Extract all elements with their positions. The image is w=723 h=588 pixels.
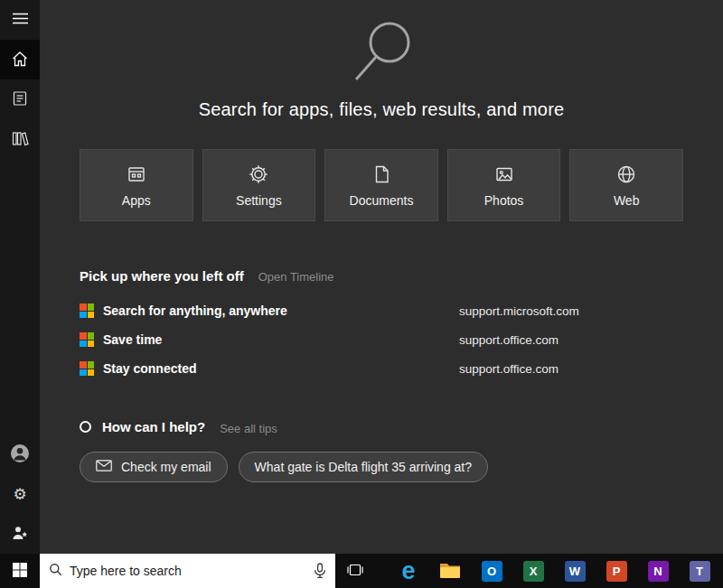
- taskbar: e O X W P N T: [0, 554, 723, 588]
- category-tile-documents[interactable]: Documents: [324, 149, 438, 221]
- document-icon: [371, 163, 391, 185]
- category-label: Settings: [236, 193, 282, 208]
- folder-icon: [439, 561, 461, 582]
- account-icon: [10, 443, 30, 466]
- category-label: Documents: [350, 193, 414, 208]
- teams-icon: T: [690, 561, 710, 582]
- timeline-item[interactable]: Save time support.office.com: [80, 332, 683, 347]
- microsoft-logo-icon: [80, 303, 94, 318]
- microsoft-logo-icon: [80, 361, 94, 376]
- category-tiles: Apps Settings Documents Photos: [80, 149, 683, 221]
- photo-icon: [494, 163, 514, 185]
- category-label: Photos: [484, 193, 524, 208]
- timeline-item-source: support.office.com: [459, 333, 683, 347]
- timeline-rows: Search for anything, anywhere support.mi…: [80, 303, 683, 376]
- assistant-section: How can I help? See all tips: [80, 419, 683, 435]
- feedback-icon: [11, 524, 29, 545]
- taskbar-excel-icon[interactable]: X: [512, 554, 554, 588]
- journal-icon: [12, 90, 28, 109]
- word-icon: W: [565, 561, 586, 582]
- taskbar-onenote-icon[interactable]: N: [637, 554, 679, 588]
- windows-search-panel: ⚙ Search for apps, files, web results, a…: [0, 0, 723, 588]
- library-icon: [11, 129, 29, 150]
- taskbar-powerpoint-icon[interactable]: P: [596, 554, 637, 588]
- task-view-button[interactable]: [335, 554, 375, 588]
- globe-icon: [616, 163, 636, 185]
- taskbar-word-icon[interactable]: W: [554, 554, 596, 588]
- sidebar: ⚙: [0, 0, 40, 554]
- category-tile-photos[interactable]: Photos: [447, 149, 561, 221]
- sidebar-item-library[interactable]: [0, 119, 40, 159]
- category-tile-settings[interactable]: Settings: [202, 149, 316, 221]
- powerpoint-icon: P: [606, 561, 627, 582]
- timeline-item[interactable]: Search for anything, anywhere support.mi…: [80, 303, 683, 318]
- apps-grid-icon: [127, 163, 146, 185]
- outlook-icon: O: [482, 561, 502, 582]
- sidebar-item-home[interactable]: [0, 40, 40, 79]
- gear-icon: [249, 163, 268, 185]
- assistant-heading: How can I help?: [102, 419, 205, 434]
- taskbar-outlook-icon[interactable]: O: [471, 554, 512, 588]
- settings-button[interactable]: ⚙: [0, 474, 40, 514]
- taskbar-pinned-apps: e O X W P N T: [388, 554, 720, 588]
- envelope-icon: [96, 460, 112, 474]
- gear-icon: ⚙: [13, 487, 26, 502]
- timeline-item-title: Save time: [103, 332, 162, 347]
- home-icon: [11, 50, 29, 70]
- category-label: Apps: [122, 193, 151, 208]
- onenote-icon: N: [648, 561, 669, 582]
- search-headline: Search for apps, files, web results, and…: [40, 99, 723, 120]
- feedback-button[interactable]: [0, 514, 40, 554]
- sidebar-item-journal[interactable]: [0, 79, 40, 119]
- account-button[interactable]: [0, 434, 40, 474]
- timeline-section: Pick up where you left off Open Timeline…: [80, 268, 683, 376]
- windows-logo-icon: [13, 563, 27, 580]
- task-view-icon: [346, 563, 364, 580]
- chip-label: Check my email: [121, 460, 211, 474]
- start-button[interactable]: [0, 554, 40, 588]
- open-timeline-link[interactable]: Open Timeline: [258, 270, 334, 284]
- suggestion-chips: Check my email What gate is Delta flight…: [80, 452, 683, 482]
- taskbar-search-input[interactable]: [70, 564, 306, 578]
- search-hero: [40, 0, 723, 90]
- category-tile-web[interactable]: Web: [569, 149, 683, 221]
- check-email-chip[interactable]: Check my email: [80, 452, 228, 482]
- timeline-item-title: Search for anything, anywhere: [103, 303, 287, 318]
- search-icon: [347, 20, 416, 90]
- microsoft-logo-icon: [80, 332, 94, 347]
- taskbar-teams-icon[interactable]: T: [679, 554, 720, 588]
- edge-icon: e: [401, 559, 415, 583]
- flight-question-chip[interactable]: What gate is Delta flight 35 arriving at…: [239, 452, 488, 482]
- see-all-tips-link[interactable]: See all tips: [220, 422, 277, 435]
- excel-icon: X: [523, 561, 544, 582]
- category-tile-apps[interactable]: Apps: [80, 149, 193, 221]
- taskbar-file-explorer-icon[interactable]: [429, 554, 471, 588]
- timeline-item-source: support.office.com: [459, 362, 683, 376]
- taskbar-edge-icon[interactable]: e: [388, 554, 429, 588]
- taskbar-search-box[interactable]: [40, 554, 335, 588]
- search-home-panel: Search for apps, files, web results, and…: [40, 0, 723, 554]
- sidebar-bottom-group: ⚙: [0, 434, 40, 554]
- timeline-item-source: support.microsoft.com: [459, 304, 683, 318]
- category-label: Web: [614, 193, 640, 208]
- search-icon: [49, 563, 62, 580]
- hamburger-icon: [13, 13, 28, 27]
- timeline-item-title: Stay connected: [103, 361, 196, 376]
- menu-button[interactable]: [0, 0, 40, 40]
- cortana-ring-icon: [80, 421, 91, 433]
- chip-label: What gate is Delta flight 35 arriving at…: [255, 460, 472, 474]
- timeline-heading: Pick up where you left off: [80, 268, 244, 284]
- timeline-item[interactable]: Stay connected support.office.com: [80, 361, 683, 376]
- microphone-icon[interactable]: [314, 563, 326, 579]
